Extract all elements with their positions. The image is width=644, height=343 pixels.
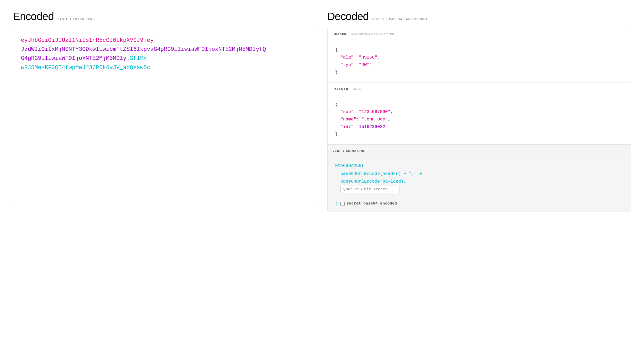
encoded-panel: Encoded PASTE A TOKEN HERE eyJhbGciOiJIU…: [13, 10, 317, 211]
payload-name-key: "name": [340, 117, 356, 122]
payload-colon2: :: [356, 117, 361, 122]
payload-sublabel: DATA: [353, 87, 361, 91]
header-open-brace: {: [335, 47, 338, 52]
base64-label: secret base64 encoded: [347, 201, 397, 206]
verify-line2: base64UrlEncode(payload),: [340, 179, 406, 184]
header-comma1: ,: [377, 55, 380, 60]
encoded-title: Encoded: [13, 10, 54, 23]
token-part3b: wRJSMeKKF2QT4fwpMeJf36POk6yJV_adQssw5c: [21, 64, 150, 71]
header-colon2: :: [354, 62, 359, 67]
decoded-subtitle: EDIT THE PAYLOAD AND SECRET: [372, 18, 428, 21]
verify-footer: ) secret base64 encoded: [328, 199, 631, 211]
token-part1: eyJhbGciOiJIUzI1NiIsInR5cCI6IkpXVCJ9: [21, 37, 143, 44]
secret-input[interactable]: [340, 186, 400, 193]
payload-sub-key: "sub": [340, 109, 354, 114]
payload-name-value: "John Doe": [362, 117, 388, 122]
decoded-sections: HEADER: ALGORITHM & TOKEN TYPE { "alg": …: [327, 28, 631, 211]
payload-iat-value: 1516239022: [359, 124, 385, 129]
header-label: HEADER:: [333, 33, 348, 36]
encoded-title-area: Encoded PASTE A TOKEN HERE: [13, 10, 317, 23]
base64-checkbox[interactable]: [340, 202, 345, 206]
header-typ-key: "typ": [340, 62, 354, 67]
header-body[interactable]: { "alg": "HS256", "typ": "JWT" }: [328, 40, 631, 83]
token-part2b: G4gRG9lIiwiaWF0IjoxNTE2MjM5MDIy: [21, 55, 126, 62]
verify-section: VERIFY SIGNATURE HMACSHA256( base64UrlEn…: [328, 145, 631, 211]
payload-section-header: PAYLOAD: DATA: [328, 83, 631, 95]
encoded-token[interactable]: eyJhbGciOiJIUzI1NiIsInR5cCI6IkpXVCJ9.ey …: [21, 36, 309, 72]
header-alg-value: "HS256": [359, 55, 377, 60]
payload-label: PAYLOAD:: [333, 87, 350, 91]
token-part2a: JzdWIiOiIxMjM0NTY3ODkwIiwibmFtZSI6IkpvaG…: [21, 46, 266, 53]
payload-comma2: ,: [388, 117, 390, 122]
encoded-box[interactable]: eyJhbGciOiJIUzI1NiIsInR5cCI6IkpXVCJ9.ey …: [13, 28, 317, 203]
encoded-subtitle: PASTE A TOKEN HERE: [58, 18, 95, 21]
verify-line1: base64UrlEncode(header) + "." +: [340, 171, 422, 176]
header-alg-key: "alg": [340, 55, 354, 60]
payload-close-brace: }: [335, 132, 338, 137]
payload-comma1: ,: [390, 109, 393, 114]
token-dot2: .: [126, 55, 130, 62]
payload-colon3: :: [354, 124, 359, 129]
payload-sub-value: "1234567890": [359, 109, 390, 114]
header-section-header: HEADER: ALGORITHM & TOKEN TYPE: [328, 28, 631, 40]
payload-iat-key: "iat": [340, 124, 354, 129]
payload-body[interactable]: { "sub": "1234567890", "name": "John Doe…: [328, 95, 631, 144]
decoded-title-area: Decoded EDIT THE PAYLOAD AND SECRET: [327, 10, 631, 23]
header-colon1: :: [354, 55, 359, 60]
header-typ-value: "JWT": [359, 62, 372, 67]
verify-label: VERIFY SIGNATURE: [333, 149, 366, 152]
decoded-panel: Decoded EDIT THE PAYLOAD AND SECRET HEAD…: [327, 10, 631, 211]
header-sublabel: ALGORITHM & TOKEN TYPE: [351, 33, 394, 36]
token-part3a: SflKx: [130, 55, 147, 62]
token-dot1: .: [143, 37, 147, 44]
payload-colon1: :: [354, 109, 359, 114]
verify-section-header: VERIFY SIGNATURE: [328, 145, 631, 157]
decoded-title: Decoded: [327, 10, 369, 23]
header-section: HEADER: ALGORITHM & TOKEN TYPE { "alg": …: [328, 28, 631, 83]
header-close-brace: }: [335, 70, 338, 75]
main-layout: Encoded PASTE A TOKEN HERE eyJhbGciOiJIU…: [13, 10, 631, 211]
verify-algorithm: HMACSHA256(: [335, 163, 364, 168]
verify-close-paren: ): [335, 201, 338, 206]
payload-open-brace: {: [335, 102, 338, 107]
token-part1b: ey: [147, 37, 153, 44]
payload-section: PAYLOAD: DATA { "sub": "1234567890", "na…: [328, 83, 631, 145]
base64-checkbox-container[interactable]: secret base64 encoded: [340, 201, 397, 206]
verify-body: HMACSHA256( base64UrlEncode(header) + ".…: [328, 157, 631, 199]
